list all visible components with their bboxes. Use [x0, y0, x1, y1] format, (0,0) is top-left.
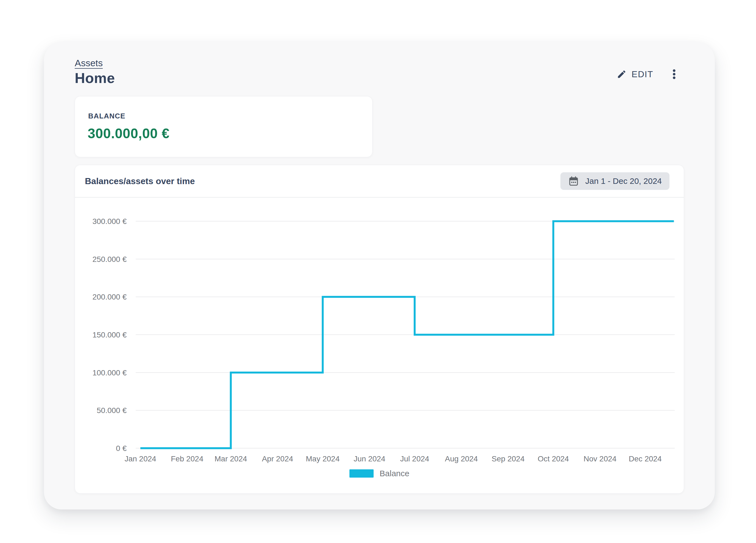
x-axis-tick-label: Apr 2024: [262, 455, 293, 463]
balance-card: BALANCE 300.000,00 €: [75, 96, 373, 157]
pencil-icon: [617, 69, 627, 79]
x-axis-tick-label: Dec 2024: [629, 455, 662, 463]
y-axis-tick-label: 250.000 €: [92, 255, 127, 263]
y-axis-tick-label: 50.000 €: [97, 406, 127, 415]
date-range-label: Jan 1 - Dec 20, 2024: [585, 176, 662, 186]
chart-card: Balances/assets over time Jan 1 - Dec 20…: [75, 165, 684, 494]
y-axis-tick-label: 0 €: [116, 444, 127, 453]
header-actions: EDIT: [617, 65, 680, 83]
y-axis-tick-label: 200.000 €: [92, 293, 127, 301]
balance-chart: 0 €50.000 €100.000 €150.000 €200.000 €25…: [75, 197, 684, 494]
x-axis-tick-label: Jun 2024: [354, 455, 385, 463]
x-axis-tick-label: Aug 2024: [445, 455, 478, 463]
x-axis-tick-label: Sep 2024: [492, 455, 525, 463]
date-range-chip[interactable]: Jan 1 - Dec 20, 2024: [560, 172, 669, 190]
breadcrumb-assets-link[interactable]: Assets: [75, 58, 103, 68]
edit-button[interactable]: EDIT: [617, 69, 653, 79]
x-axis-tick-label: Jul 2024: [400, 455, 429, 463]
x-axis-tick-label: May 2024: [306, 455, 340, 463]
y-axis-tick-label: 100.000 €: [92, 369, 127, 377]
edit-button-label: EDIT: [632, 69, 653, 79]
chart-header: Balances/assets over time Jan 1 - Dec 20…: [75, 165, 684, 197]
x-axis-tick-label: Mar 2024: [215, 455, 247, 463]
x-axis-tick-label: Jan 2024: [124, 455, 156, 463]
calendar-icon: [568, 175, 579, 186]
page-title: Home: [75, 70, 115, 86]
chart-title: Balances/assets over time: [85, 176, 195, 186]
kebab-vertical-icon: [671, 68, 677, 80]
kebab-menu-button[interactable]: [669, 68, 680, 80]
chart-legend: Balance: [75, 468, 684, 479]
balance-label: BALANCE: [88, 112, 126, 120]
y-axis-tick-label: 300.000 €: [92, 217, 127, 225]
x-axis-tick-label: Oct 2024: [538, 455, 569, 463]
y-axis-tick-label: 150.000 €: [92, 331, 127, 339]
legend-swatch-balance: [349, 469, 374, 478]
legend-label-balance: Balance: [380, 469, 409, 478]
app-card: Assets Home EDIT BALANCE 300.000,00 €: [44, 42, 715, 509]
x-axis-tick-label: Feb 2024: [171, 455, 203, 463]
x-axis-tick-label: Nov 2024: [583, 455, 616, 463]
balance-value: 300.000,00 €: [88, 126, 169, 141]
